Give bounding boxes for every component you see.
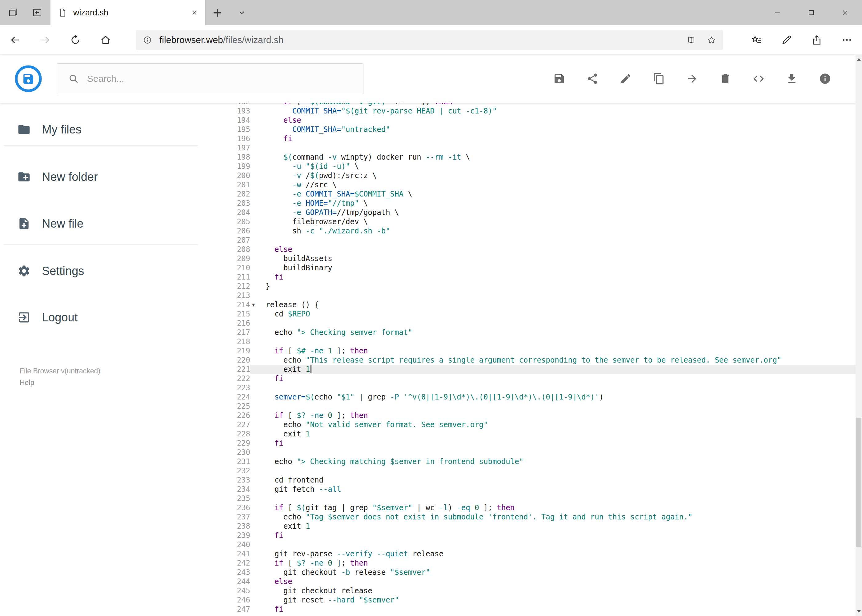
info-button[interactable] (808, 55, 842, 103)
sidebar-item-new-folder[interactable]: New folder (0, 162, 199, 192)
share-button[interactable] (576, 55, 609, 103)
minimize-button[interactable] (760, 0, 794, 25)
search-box[interactable] (57, 63, 364, 94)
site-info-icon[interactable] (143, 35, 152, 45)
hub-favorites-icon[interactable] (741, 25, 772, 55)
code-line-201[interactable]: 201 -w //src \ (199, 180, 856, 189)
code-line-227[interactable]: 227 echo "Not valid semver format. See s… (199, 420, 856, 429)
code-line-244[interactable]: 244 else (199, 577, 856, 586)
code-line-233[interactable]: 233 cd frontend (199, 475, 856, 485)
address-bar[interactable]: filebrowser.web/files/wizard.sh (136, 30, 723, 50)
filebrowser-logo[interactable] (14, 64, 43, 93)
save-button[interactable] (542, 55, 576, 103)
code-line-202[interactable]: 202 -e COMMIT_SHA=$COMMIT_SHA \ (199, 189, 856, 199)
help-link[interactable]: Help (20, 379, 34, 387)
new-tab-button[interactable]: + (206, 0, 229, 25)
code-line-242[interactable]: 242 if [ $? -ne 0 ]; then (199, 558, 856, 568)
code-line-246[interactable]: 246 git reset --hard "$semver" (199, 596, 856, 605)
maximize-button[interactable] (794, 0, 828, 25)
code-line-222[interactable]: 222 fi (199, 374, 856, 383)
browser-tab[interactable]: wizard.sh (50, 0, 205, 25)
rename-button[interactable] (609, 55, 642, 103)
code-line-194[interactable]: 194 else (199, 116, 856, 125)
scroll-down-arrow-icon[interactable] (856, 607, 862, 616)
code-line-245[interactable]: 245 git checkout release (199, 586, 856, 596)
code-line-220[interactable]: 220 echo "This release script requires a… (199, 355, 856, 365)
code-line-243[interactable]: 243 git checkout -b release "$semver" (199, 568, 856, 577)
code-line-215[interactable]: 215 cd $REPO (199, 310, 856, 319)
code-line-240[interactable]: 240 (199, 540, 856, 549)
code-line-198[interactable]: 198 $(command -v winpty) docker run --rm… (199, 152, 856, 162)
code-line-214[interactable]: 214▾release () { (199, 300, 856, 310)
code-line-210[interactable]: 210 buildBinary (199, 263, 856, 272)
sidebar-item-logout[interactable]: Logout (0, 303, 199, 332)
code-line-207[interactable]: 207 (199, 236, 856, 245)
code-view-button[interactable] (742, 55, 775, 103)
delete-button[interactable] (709, 55, 742, 103)
download-button[interactable] (775, 55, 808, 103)
home-button[interactable] (90, 25, 121, 55)
code-line-234[interactable]: 234 git fetch --all (199, 485, 856, 494)
back-button[interactable] (0, 25, 30, 55)
page-scrollbar[interactable] (856, 55, 862, 616)
code-line-241[interactable]: 241 git rev-parse --verify --quiet relea… (199, 549, 856, 558)
code-line-221[interactable]: 221 exit 1 (199, 365, 856, 374)
code-line-217[interactable]: 217 echo "> Checking semver format" (199, 328, 856, 337)
code-line-195[interactable]: 195 COMMIT_SHA="untracked" (199, 125, 856, 134)
code-line-208[interactable]: 208 else (199, 245, 856, 254)
code-line-206[interactable]: 206 sh -c "./wizard.sh -b" (199, 226, 856, 236)
code-editor[interactable]: 192 if [ "$(command -v git)" != "" ]; th… (199, 103, 856, 616)
search-input[interactable] (87, 74, 352, 84)
code-line-238[interactable]: 238 exit 1 (199, 522, 856, 531)
tab-preview-chevron-icon[interactable] (231, 0, 253, 25)
reading-view-icon[interactable] (687, 35, 696, 45)
code-line-193[interactable]: 193 COMMIT_SHA="$(git rev-parse HEAD | c… (199, 107, 856, 116)
share-icon[interactable] (802, 25, 832, 55)
sidebar-item-settings[interactable]: Settings (0, 256, 199, 286)
tabs-you-set-aside-icon[interactable] (8, 7, 19, 18)
code-line-199[interactable]: 199 -u "$(id -u)" \ (199, 162, 856, 171)
code-line-235[interactable]: 235 (199, 494, 856, 503)
code-line-192[interactable]: 192 if [ "$(command -v git)" != "" ]; th… (199, 103, 856, 107)
move-button[interactable] (676, 55, 709, 103)
code-line-205[interactable]: 205 filebrowser/dev \ (199, 217, 856, 226)
code-line-228[interactable]: 228 exit 1 (199, 429, 856, 438)
code-line-209[interactable]: 209 buildAssets (199, 254, 856, 263)
code-line-224[interactable]: 224 semver=$(echo "$1" | grep -P '^v(0|[… (199, 393, 856, 402)
code-line-204[interactable]: 204 -e GOPATH=//tmp/gopath \ (199, 208, 856, 217)
code-line-230[interactable]: 230 (199, 448, 856, 457)
tab-close-icon[interactable] (191, 9, 198, 16)
favorite-star-icon[interactable] (707, 35, 716, 45)
code-line-211[interactable]: 211 fi (199, 272, 856, 282)
code-line-197[interactable]: 197 (199, 143, 856, 152)
code-line-213[interactable]: 213 (199, 291, 856, 300)
sidebar-item-new-file[interactable]: New file (0, 209, 199, 238)
code-line-236[interactable]: 236 if [ $(git tag | grep "$semver" | wc… (199, 503, 856, 512)
code-line-218[interactable]: 218 (199, 337, 856, 346)
refresh-button[interactable] (60, 25, 90, 55)
more-options-icon[interactable] (832, 25, 862, 55)
code-line-219[interactable]: 219 if [ $# -ne 1 ]; then (199, 346, 856, 355)
code-line-216[interactable]: 216 (199, 319, 856, 328)
code-line-231[interactable]: 231 echo "> Checking matching $semver in… (199, 457, 856, 466)
scroll-up-arrow-icon[interactable] (856, 55, 862, 64)
code-line-226[interactable]: 226 if [ $? -ne 0 ]; then (199, 411, 856, 420)
code-line-239[interactable]: 239 fi (199, 531, 856, 540)
scrollbar-thumb[interactable] (856, 418, 861, 547)
code-line-225[interactable]: 225 (199, 402, 856, 411)
copy-button[interactable] (642, 55, 676, 103)
code-line-223[interactable]: 223 (199, 383, 856, 393)
forward-button[interactable] (30, 25, 60, 55)
code-line-237[interactable]: 237 echo "Tag $semver does not exist in … (199, 512, 856, 522)
code-line-212[interactable]: 212} (199, 282, 856, 291)
fold-arrow-icon[interactable]: ▾ (252, 300, 255, 310)
code-line-247[interactable]: 247 fi (199, 605, 856, 614)
set-tabs-aside-icon[interactable] (32, 7, 43, 18)
sidebar-item-my-files[interactable]: My files (0, 115, 199, 144)
code-line-203[interactable]: 203 -e HOME="//tmp" \ (199, 199, 856, 208)
code-line-229[interactable]: 229 fi (199, 438, 856, 448)
web-note-icon[interactable] (772, 25, 802, 55)
code-line-196[interactable]: 196 fi (199, 134, 856, 143)
code-line-232[interactable]: 232 (199, 466, 856, 475)
close-window-button[interactable] (828, 0, 862, 25)
